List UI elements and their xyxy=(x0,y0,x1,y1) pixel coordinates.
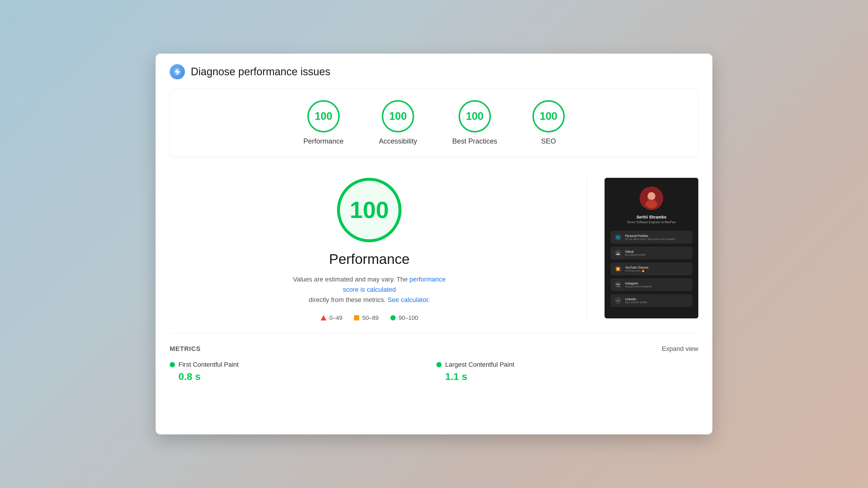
score-legend: 0–49 50–89 90–100 xyxy=(320,315,418,321)
svg-point-4 xyxy=(648,192,655,200)
preview-link-title: Personal Portfolio xyxy=(625,234,676,237)
window-header: Diagnose performance issues xyxy=(156,54,712,88)
vertical-divider xyxy=(587,178,587,321)
preview-link-text: Instagram My personal Instagram xyxy=(625,282,652,288)
big-score-circle: 100 xyxy=(337,178,401,242)
score-circle: 100 xyxy=(532,100,565,132)
metric-value: 1.1 s xyxy=(436,371,698,382)
preview-link-icon: ▶️ xyxy=(615,265,622,272)
score-circle: 100 xyxy=(459,100,491,132)
metrics-grid: First Contentful Paint 0.8 s Largest Con… xyxy=(170,361,698,387)
score-circle: 100 xyxy=(382,100,414,132)
main-window: Diagnose performance issues 100 Performa… xyxy=(156,54,712,434)
preview-links: 🌐 Personal Portfolio All my latest news,… xyxy=(611,231,692,307)
preview-link-icon: 🌐 xyxy=(615,234,622,241)
preview-link-title: Github xyxy=(625,250,646,253)
preview-link-icon: in xyxy=(615,297,622,304)
score-value: 100 xyxy=(540,110,557,123)
legend-item-average: 50–89 xyxy=(354,315,379,321)
score-label: Performance xyxy=(303,137,343,145)
detail-left: 100 Performance Values are estimated and… xyxy=(170,178,569,321)
metric-item: First Contentful Paint 0.8 s xyxy=(170,361,432,387)
score-item-best-practices: 100 Best Practices xyxy=(452,100,497,145)
scores-section: 100 Performance 100 Accessibility 100 Be… xyxy=(170,88,698,157)
preview-link-desc: My GitHub profile xyxy=(625,253,646,256)
legend-range-good: 90–100 xyxy=(399,315,418,321)
metric-label-row: Largest Contentful Paint xyxy=(436,361,698,368)
lightning-icon xyxy=(173,68,181,76)
score-item-performance: 100 Performance xyxy=(303,100,343,145)
big-score-number: 100 xyxy=(350,197,389,224)
score-value: 100 xyxy=(389,110,407,123)
preview-link-text: Github My GitHub profile xyxy=(625,250,646,256)
metrics-section: METRICS Expand view First Contentful Pai… xyxy=(170,333,698,387)
preview-link-text: YouTube Channel Coming soon 🔥 xyxy=(625,266,648,272)
metric-item: Largest Contentful Paint 1.1 s xyxy=(436,361,698,387)
score-circle: 100 xyxy=(307,100,340,132)
preview-name: Serhii Shramko xyxy=(637,215,667,219)
score-item-accessibility: 100 Accessibility xyxy=(379,100,417,145)
preview-link-icon: 📷 xyxy=(615,281,622,288)
metric-value: 0.8 s xyxy=(170,371,432,382)
preview-section: Serhii Shramko Senior Software Engineer … xyxy=(604,178,698,318)
svg-point-3 xyxy=(646,200,657,208)
preview-link-title: Instagram xyxy=(625,282,652,285)
score-label: Accessibility xyxy=(379,137,417,145)
circle-icon xyxy=(390,315,396,321)
score-item-seo: 100 SEO xyxy=(532,100,565,145)
preview-link-text: LinkedIn My LinkedIn profile xyxy=(625,298,647,304)
legend-item-poor: 0–49 xyxy=(320,315,343,321)
metrics-section-title: METRICS xyxy=(170,345,201,353)
preview-link-title: LinkedIn xyxy=(625,298,647,301)
detail-title: Performance xyxy=(329,251,410,267)
detail-description: Values are estimated and may vary. The p… xyxy=(287,274,451,305)
preview-link-item: 🌐 Personal Portfolio All my latest news,… xyxy=(611,231,692,244)
square-icon xyxy=(354,315,359,321)
preview-link-desc: All my latest news, blog posts and snipp… xyxy=(625,237,676,240)
expand-view-button[interactable]: Expand view xyxy=(662,345,698,353)
preview-image: Serhii Shramko Senior Software Engineer … xyxy=(604,178,698,318)
score-value: 100 xyxy=(315,110,332,123)
preview-link-title: YouTube Channel xyxy=(625,266,648,269)
preview-link-item: 📷 Instagram My personal Instagram xyxy=(611,278,692,291)
main-content: 100 Performance 100 Accessibility 100 Be… xyxy=(156,88,712,401)
preview-link-desc: My personal Instagram xyxy=(625,285,652,288)
preview-link-item: 💻 Github My GitHub profile xyxy=(611,247,692,260)
detail-section: 100 Performance Values are estimated and… xyxy=(170,166,698,321)
legend-range-poor: 0–49 xyxy=(330,315,343,321)
avatar-image xyxy=(640,187,663,210)
score-value: 100 xyxy=(466,110,484,123)
see-calculator-link[interactable]: See calculator. xyxy=(388,296,430,303)
metric-label-row: First Contentful Paint xyxy=(170,361,432,368)
preview-link-desc: My LinkedIn profile xyxy=(625,301,647,304)
preview-avatar xyxy=(640,187,663,210)
metrics-header: METRICS Expand view xyxy=(170,345,698,353)
triangle-icon xyxy=(320,315,327,321)
metric-dot xyxy=(170,362,175,367)
window-icon xyxy=(170,64,185,79)
legend-range-average: 50–89 xyxy=(362,315,379,321)
preview-link-desc: Coming soon 🔥 xyxy=(625,269,648,272)
description-text-2: directly from these metrics. xyxy=(309,296,388,303)
description-text-1: Values are estimated and may vary. The xyxy=(293,275,409,283)
metric-label: Largest Contentful Paint xyxy=(445,361,514,368)
preview-link-text: Personal Portfolio All my latest news, b… xyxy=(625,234,676,240)
preview-subtitle: Senior Software Engineer at MacPaw xyxy=(627,221,676,224)
metric-label: First Contentful Paint xyxy=(179,361,239,368)
preview-link-item: in LinkedIn My LinkedIn profile xyxy=(611,294,692,307)
score-label: Best Practices xyxy=(452,137,497,145)
legend-item-good: 90–100 xyxy=(390,315,418,321)
preview-link-item: ▶️ YouTube Channel Coming soon 🔥 xyxy=(611,262,692,275)
score-label: SEO xyxy=(541,137,556,145)
window-title: Diagnose performance issues xyxy=(191,66,330,78)
preview-link-icon: 💻 xyxy=(615,250,622,257)
metric-dot xyxy=(436,362,442,367)
